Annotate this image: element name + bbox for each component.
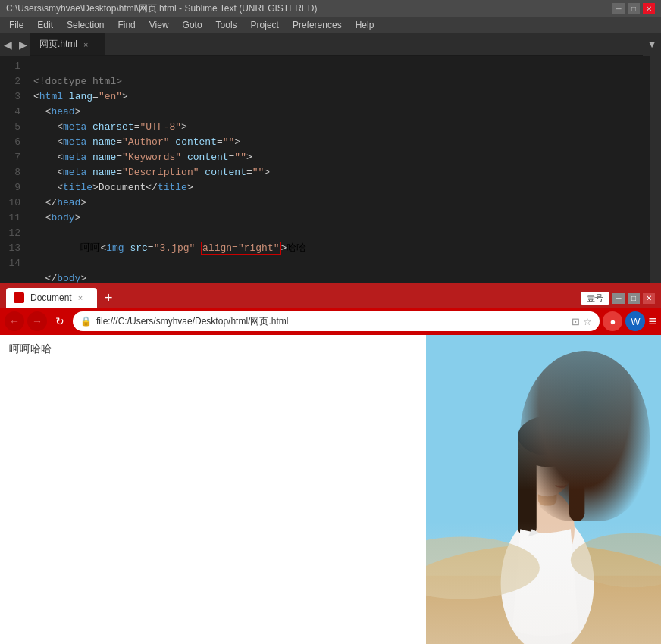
browser-menu-button[interactable]: ≡ (648, 314, 656, 330)
svg-point-1 (426, 545, 661, 644)
screenshot-icon[interactable]: ⊡ (572, 316, 580, 327)
browser-window: Document × + 壹号 ─ □ ✕ ← → ↻ 🔒 file:///C:… (0, 283, 661, 644)
browser-menu-buttons: ● W ≡ (603, 311, 656, 331)
person-image (426, 335, 661, 644)
menu-view[interactable]: View (143, 18, 175, 32)
browser-tab-close[interactable]: × (78, 293, 83, 302)
menu-goto[interactable]: Goto (177, 18, 208, 32)
browser-tab-title: Document (30, 292, 72, 303)
line-numbers: 12345 678910 11121314 (0, 56, 27, 283)
browser-toolbar: ← → ↻ 🔒 file:///C:/Users/smyhvae/Desktop… (0, 308, 661, 335)
menu-bar: File Edit Selection Find View Goto Tools… (0, 17, 661, 33)
title-bar: C:\Users\smyhvae\Desktop\html\网页.html - … (0, 0, 661, 17)
browser-back-button[interactable]: ← (5, 311, 24, 331)
svg-point-6 (522, 437, 572, 496)
browser-content: 呵呵哈哈 (0, 335, 661, 644)
svg-rect-8 (518, 444, 537, 537)
menu-help[interactable]: Help (349, 18, 381, 32)
browser-address-bar[interactable]: 🔒 file:///C:/Users/smyhvae/Desktop/html/… (73, 311, 600, 331)
browser-refresh-button[interactable]: ↻ (50, 311, 70, 331)
svg-point-10 (518, 417, 577, 455)
svg-rect-2 (426, 576, 661, 644)
browser-active-tab[interactable]: Document × (6, 288, 97, 308)
code-editor: 12345 678910 11121314 <!doctype html> <h… (0, 56, 661, 283)
editor-tab[interactable]: 网页.html × (30, 33, 106, 55)
address-icons: ⊡ ☆ (572, 316, 592, 327)
bookmark-icon[interactable]: ☆ (583, 316, 592, 327)
svg-rect-9 (569, 444, 585, 522)
svg-point-13 (571, 533, 661, 587)
person-svg (426, 335, 661, 644)
menu-preferences[interactable]: Preferences (287, 18, 348, 32)
new-tab-button[interactable]: + (100, 288, 117, 308)
minimize-button[interactable]: ─ (612, 3, 625, 14)
svg-rect-5 (538, 479, 557, 506)
tab-prev-button[interactable]: ◀ (0, 33, 15, 56)
svg-point-3 (501, 514, 594, 644)
menu-file[interactable]: File (3, 18, 30, 32)
tab-title: 网页.html (39, 38, 77, 51)
tab-dropdown-button[interactable]: ▼ (643, 33, 661, 56)
code-area[interactable]: <!doctype html> <html lang="en"> <head> … (27, 56, 650, 283)
menu-tools[interactable]: Tools (210, 18, 243, 32)
browser-shortcut-button[interactable]: W (625, 311, 645, 331)
svg-point-4 (520, 490, 575, 568)
browser-forward-button[interactable]: → (27, 311, 47, 331)
tab-bar: ◀ ▶ 网页.html × ▼ (0, 33, 661, 56)
svg-point-12 (426, 537, 540, 599)
browser-maximize[interactable]: □ (628, 293, 640, 304)
browser-minimize[interactable]: ─ (612, 293, 625, 304)
close-button[interactable]: ✕ (643, 3, 655, 14)
menu-selection[interactable]: Selection (61, 18, 110, 32)
tab-close-button[interactable]: × (83, 40, 88, 49)
svg-rect-0 (426, 335, 661, 644)
browser-tab-bar: Document × + 壹号 ─ □ ✕ (0, 283, 661, 308)
svg-point-7 (518, 420, 577, 467)
browser-image-area (426, 335, 661, 644)
svg-point-11 (555, 462, 562, 468)
browser-record-button[interactable]: ● (603, 311, 622, 331)
menu-edit[interactable]: Edit (31, 18, 59, 32)
lock-icon: 🔒 (80, 316, 92, 327)
menu-project[interactable]: Project (245, 18, 285, 32)
title-bar-text: C:\Users\smyhvae\Desktop\html\网页.html - … (6, 2, 318, 15)
tab-next-button[interactable]: ▶ (15, 33, 30, 56)
browser-title-badge: 壹号 (581, 292, 609, 305)
editor-scrollbar[interactable] (650, 56, 661, 283)
browser-tab-icon (14, 292, 24, 303)
address-text: file:///C:/Users/smyhvae/Desktop/html/网页… (96, 315, 567, 328)
maximize-button[interactable]: □ (628, 3, 640, 14)
browser-page-text: 呵呵哈哈 (9, 342, 52, 356)
browser-close[interactable]: ✕ (643, 293, 655, 304)
menu-find[interactable]: Find (111, 18, 141, 32)
title-bar-controls: ─ □ ✕ (612, 3, 655, 14)
browser-win-controls: 壹号 ─ □ ✕ (581, 292, 655, 308)
